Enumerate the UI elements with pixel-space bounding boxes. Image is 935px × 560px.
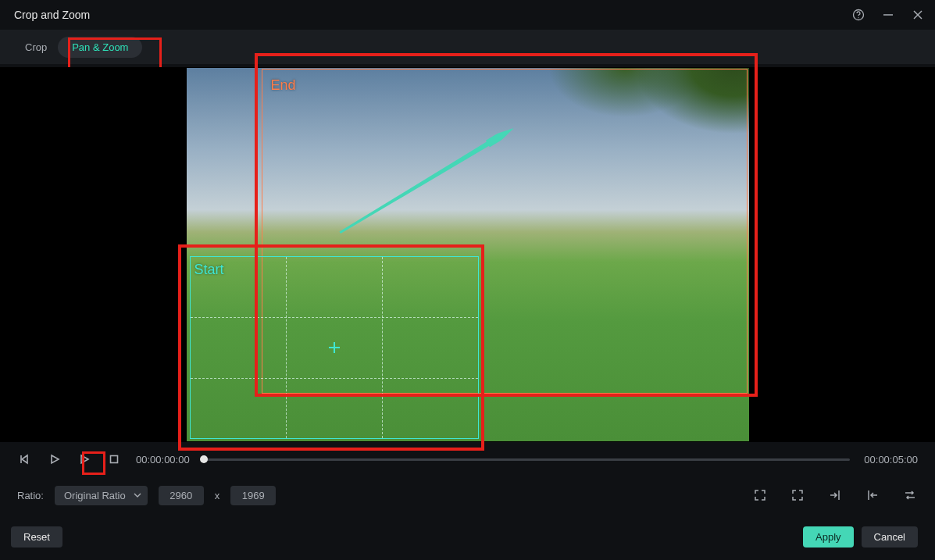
reset-button[interactable]: Reset xyxy=(11,526,62,548)
align-right-icon[interactable] xyxy=(827,487,843,503)
view-tools xyxy=(752,487,918,503)
current-time: 00:00:00:00 xyxy=(136,454,190,465)
svg-marker-5 xyxy=(22,455,27,463)
close-icon[interactable] xyxy=(912,9,924,21)
tabs-bar: Crop Pan & Zoom xyxy=(0,30,935,64)
dimension-separator: x xyxy=(215,490,220,501)
fit-screen-icon[interactable] xyxy=(752,487,768,503)
preview-canvas[interactable]: End Start xyxy=(187,68,749,441)
pan-zoom-start-frame[interactable] xyxy=(190,256,479,439)
align-left-icon[interactable] xyxy=(865,487,880,503)
preview-area: End Start xyxy=(0,67,935,442)
stop-button[interactable] xyxy=(106,451,122,467)
svg-point-1 xyxy=(858,17,858,18)
transport-bar: 00:00:00:00 00:00:05:00 xyxy=(0,442,935,476)
start-frame-label: Start xyxy=(194,262,224,278)
tab-crop[interactable]: Crop xyxy=(14,36,58,59)
ratio-label: Ratio: xyxy=(17,490,44,501)
total-time: 00:00:05:00 xyxy=(864,454,918,465)
height-input[interactable] xyxy=(230,486,276,505)
svg-marker-7 xyxy=(52,455,59,463)
center-cross-icon xyxy=(329,342,340,353)
fullscreen-icon[interactable] xyxy=(790,487,805,503)
chevron-down-icon xyxy=(134,491,141,499)
svg-marker-8 xyxy=(81,455,88,463)
seek-bar[interactable] xyxy=(204,455,851,463)
play-preview-button[interactable] xyxy=(77,451,92,467)
window-controls xyxy=(852,9,924,21)
window-title: Crop and Zoom xyxy=(14,9,90,21)
cancel-button[interactable]: Cancel xyxy=(862,526,918,548)
prev-frame-button[interactable] xyxy=(17,451,33,467)
play-button[interactable] xyxy=(47,451,62,467)
end-frame-label: End xyxy=(271,77,296,94)
svg-rect-9 xyxy=(111,456,118,463)
ratio-bar: Ratio: Original Ratio x xyxy=(0,476,935,514)
ratio-select-value: Original Ratio xyxy=(64,490,126,501)
minimize-icon[interactable] xyxy=(882,9,894,21)
tab-pan-zoom[interactable]: Pan & Zoom xyxy=(58,37,142,58)
seek-thumb[interactable] xyxy=(200,455,208,463)
help-icon[interactable] xyxy=(852,9,865,21)
title-bar: Crop and Zoom xyxy=(0,0,935,30)
footer: Reset Apply Cancel xyxy=(0,514,935,548)
swap-icon[interactable] xyxy=(902,487,918,503)
ratio-select[interactable]: Original Ratio xyxy=(55,486,148,505)
apply-button[interactable]: Apply xyxy=(803,526,854,548)
width-input[interactable] xyxy=(159,486,204,505)
